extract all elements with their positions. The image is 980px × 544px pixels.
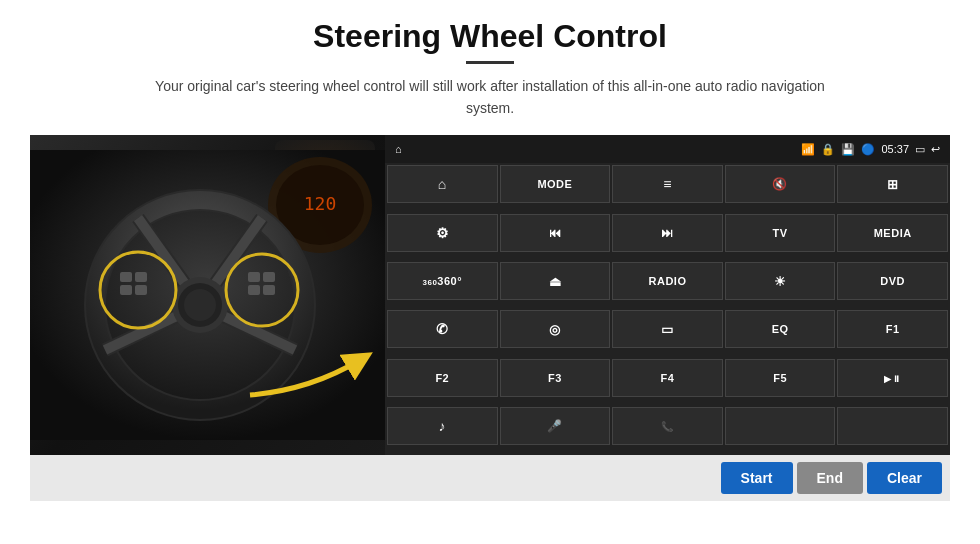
status-icons-right: 📶 🔒 💾 🔵 05:37 ▭ ↩: [801, 143, 940, 156]
btn-media[interactable]: MEDIA: [837, 214, 948, 252]
btn-prev[interactable]: [500, 214, 611, 252]
f2-label: F2: [435, 372, 449, 384]
home-status-icon: ⌂: [395, 143, 402, 155]
steering-wheel-image: 120: [30, 135, 385, 455]
cam360-icon: 360°: [422, 275, 462, 287]
lock-icon: 🔒: [821, 143, 835, 156]
mic-icon: [547, 419, 563, 433]
btn-f4[interactable]: F4: [612, 359, 723, 397]
tv-label: TV: [773, 227, 788, 239]
radio-label: RADIO: [649, 275, 687, 287]
btn-phone[interactable]: [387, 310, 498, 348]
dvd-label: DVD: [880, 275, 905, 287]
content-row: 120: [30, 135, 950, 455]
page-title: Steering Wheel Control: [313, 18, 667, 55]
btn-f2[interactable]: F2: [387, 359, 498, 397]
status-icons-left: ⌂: [395, 143, 402, 155]
btn-eject[interactable]: [500, 262, 611, 300]
btn-empty2[interactable]: [837, 407, 948, 445]
svg-rect-23: [248, 272, 260, 282]
svg-rect-26: [263, 285, 275, 295]
btn-f1[interactable]: F1: [837, 310, 948, 348]
svg-rect-25: [263, 272, 275, 282]
btn-apps[interactable]: [837, 165, 948, 203]
prev-icon: [549, 226, 562, 240]
btn-mode[interactable]: MODE: [500, 165, 611, 203]
svg-rect-24: [248, 285, 260, 295]
btn-mirror[interactable]: [612, 310, 723, 348]
home-icon: [438, 176, 447, 192]
phone-icon: [436, 321, 449, 337]
f5-label: F5: [773, 372, 787, 384]
radio-panel: ⌂ 📶 🔒 💾 🔵 05:37 ▭ ↩ MODE: [385, 135, 950, 455]
btn-dvd[interactable]: DVD: [837, 262, 948, 300]
svg-rect-20: [120, 285, 132, 295]
settings-icon: [436, 225, 450, 241]
btn-mute[interactable]: [725, 165, 836, 203]
btn-playpause[interactable]: [837, 359, 948, 397]
apps-icon: [887, 177, 899, 192]
btn-mic[interactable]: [500, 407, 611, 445]
wifi-icon: 📶: [801, 143, 815, 156]
btn-settings[interactable]: [387, 214, 498, 252]
btn-next[interactable]: [612, 214, 723, 252]
btn-tv[interactable]: TV: [725, 214, 836, 252]
f1-label: F1: [886, 323, 900, 335]
mirror-icon: [661, 322, 674, 337]
playpause-icon: [884, 372, 901, 384]
btn-radio[interactable]: RADIO: [612, 262, 723, 300]
mute-icon: [772, 177, 788, 191]
list-icon: [663, 176, 672, 192]
browser-icon: [549, 322, 561, 337]
status-bar: ⌂ 📶 🔒 💾 🔵 05:37 ▭ ↩: [385, 135, 950, 163]
btn-call[interactable]: [612, 407, 723, 445]
bt-icon: 🔵: [861, 143, 875, 156]
eject-icon: [549, 274, 562, 289]
media-label: MEDIA: [874, 227, 912, 239]
page-container: Steering Wheel Control Your original car…: [0, 0, 980, 544]
svg-point-16: [184, 289, 216, 321]
btn-empty1[interactable]: [725, 407, 836, 445]
btn-eq[interactable]: EQ: [725, 310, 836, 348]
btn-brightness[interactable]: [725, 262, 836, 300]
bottom-bar: Start End Clear: [30, 455, 950, 501]
svg-text:120: 120: [304, 193, 337, 214]
steering-wheel-svg: 120: [30, 150, 385, 440]
eq-label: EQ: [772, 323, 789, 335]
f4-label: F4: [661, 372, 675, 384]
btn-home[interactable]: [387, 165, 498, 203]
subtitle: Your original car's steering wheel contr…: [150, 76, 830, 119]
brightness-icon: [774, 274, 787, 289]
start-button[interactable]: Start: [721, 462, 793, 494]
svg-rect-21: [135, 272, 147, 282]
music-icon: [439, 418, 447, 434]
time-display: 05:37: [881, 143, 909, 155]
svg-rect-19: [120, 272, 132, 282]
sd-icon: 💾: [841, 143, 855, 156]
f3-label: F3: [548, 372, 562, 384]
next-icon: [661, 226, 674, 240]
btn-list[interactable]: [612, 165, 723, 203]
end-button[interactable]: End: [797, 462, 863, 494]
button-grid: MODE TV MEDIA 360° RADIO DVD: [385, 163, 950, 455]
back-icon: ↩: [931, 143, 940, 156]
btn-browser[interactable]: [500, 310, 611, 348]
svg-rect-22: [135, 285, 147, 295]
screen-icon: ▭: [915, 143, 925, 156]
clear-button[interactable]: Clear: [867, 462, 942, 494]
mode-label: MODE: [537, 178, 572, 190]
btn-music[interactable]: [387, 407, 498, 445]
btn-f3[interactable]: F3: [500, 359, 611, 397]
btn-360[interactable]: 360°: [387, 262, 498, 300]
btn-f5[interactable]: F5: [725, 359, 836, 397]
call-icon: [661, 420, 674, 432]
title-divider: [466, 61, 514, 64]
